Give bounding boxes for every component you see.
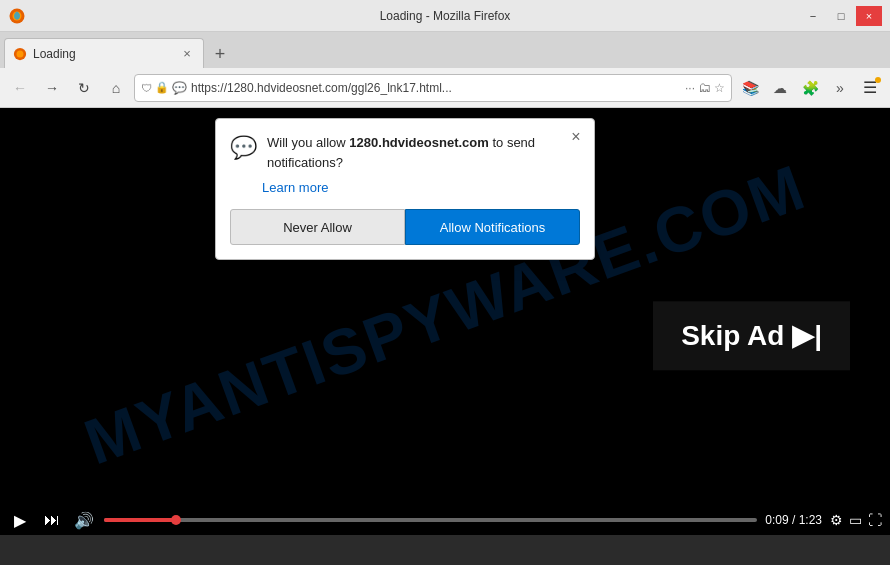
reload-button[interactable]: ↻ [70, 74, 98, 102]
overflow-button[interactable]: » [826, 74, 854, 102]
progress-bar[interactable] [104, 518, 757, 522]
window-controls: − □ × [800, 6, 882, 26]
progress-dot [171, 515, 181, 525]
nav-bar: ← → ↻ ⌂ 🛡 🔒 💬 https://1280.hdvideosnet.c… [0, 68, 890, 108]
tab-close-button[interactable]: × [179, 46, 195, 62]
tab-bar: Loading × + [0, 32, 890, 68]
title-bar: Loading - Mozilla Firefox − □ × [0, 0, 890, 32]
permission-icon: 💬 [172, 81, 187, 95]
forward-button[interactable]: → [38, 74, 66, 102]
url-bar[interactable]: 🛡 🔒 💬 https://1280.hdvideosnet.com/ggl26… [134, 74, 732, 102]
allow-notifications-button[interactable]: Allow Notifications [405, 209, 580, 245]
theater-icon[interactable]: ▭ [849, 512, 862, 528]
settings-icon[interactable]: ⚙ [830, 512, 843, 528]
active-tab[interactable]: Loading × [4, 38, 204, 68]
popup-close-button[interactable]: × [566, 127, 586, 147]
url-right-icons: ··· 🗂 ☆ [685, 80, 725, 95]
learn-more-link[interactable]: Learn more [262, 180, 580, 195]
window-title: Loading - Mozilla Firefox [380, 9, 511, 23]
svg-point-3 [17, 50, 24, 57]
container-icon: 🗂 [698, 80, 711, 95]
play-button[interactable]: ▶ [8, 508, 32, 532]
url-security-icons: 🛡 🔒 💬 [141, 81, 187, 95]
notification-popup: × 💬 Will you allow 1280.hdvideosnet.com … [215, 118, 595, 260]
new-tab-button[interactable]: + [206, 40, 234, 68]
progress-fill [104, 518, 176, 522]
library-button[interactable]: 📚 [736, 74, 764, 102]
bookmark-icon[interactable]: ☆ [714, 81, 725, 95]
popup-domain: 1280.hdvideosnet.com [349, 135, 488, 150]
popup-header: 💬 Will you allow 1280.hdvideosnet.com to… [230, 133, 580, 172]
skip-button[interactable]: ⏭ [40, 508, 64, 532]
minimize-button[interactable]: − [800, 6, 826, 26]
back-button[interactable]: ← [6, 74, 34, 102]
close-button[interactable]: × [856, 6, 882, 26]
ctrl-right: ⚙ ▭ ⛶ [830, 512, 882, 528]
popup-title-prefix: Will you allow [267, 135, 349, 150]
time-display: 0:09 / 1:23 [765, 513, 822, 527]
fullscreen-icon[interactable]: ⛶ [868, 512, 882, 528]
content-area: MYANTISPYWARE.COM Skip Ad ▶| × 💬 Will yo… [0, 108, 890, 535]
tab-label: Loading [33, 47, 173, 61]
title-bar-left [8, 7, 26, 25]
shield-icon: 🛡 [141, 82, 152, 94]
menu-button[interactable]: ☰ [856, 74, 884, 102]
extensions-button[interactable]: 🧩 [796, 74, 824, 102]
firefox-icon [8, 7, 26, 25]
lock-icon: 🔒 [155, 81, 169, 94]
home-button[interactable]: ⌂ [102, 74, 130, 102]
never-allow-button[interactable]: Never Allow [230, 209, 405, 245]
url-text: https://1280.hdvideosnet.com/ggl26_lnk17… [191, 81, 681, 95]
popup-buttons: Never Allow Allow Notifications [230, 209, 580, 245]
popup-title: Will you allow 1280.hdvideosnet.com to s… [267, 133, 580, 172]
sync-button[interactable]: ☁ [766, 74, 794, 102]
maximize-button[interactable]: □ [828, 6, 854, 26]
volume-button[interactable]: 🔊 [72, 508, 96, 532]
toolbar-icons: 📚 ☁ 🧩 » ☰ [736, 74, 884, 102]
skip-ad-button[interactable]: Skip Ad ▶| [653, 301, 850, 370]
video-controls: ▶ ⏭ 🔊 0:09 / 1:23 ⚙ ▭ ⛶ [0, 505, 890, 535]
notification-chat-icon: 💬 [230, 135, 257, 161]
more-icon[interactable]: ··· [685, 81, 695, 95]
tab-favicon-icon [13, 47, 27, 61]
